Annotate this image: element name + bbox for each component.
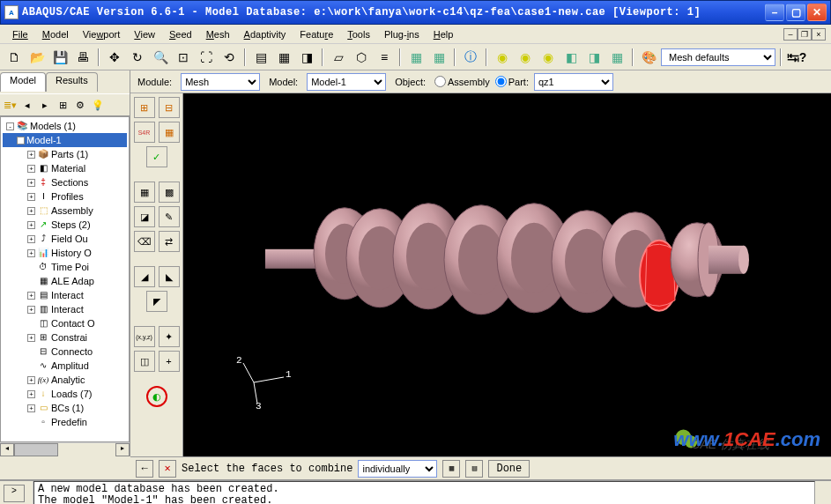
- prompt-mode-select[interactable]: individually: [358, 460, 437, 478]
- pan-button[interactable]: ✥: [104, 47, 125, 68]
- rotate-button[interactable]: ↻: [127, 47, 148, 68]
- tool-associate[interactable]: ⇄: [159, 231, 180, 252]
- tool-virtual3[interactable]: ◤: [146, 291, 167, 312]
- menu-help[interactable]: Help: [427, 27, 461, 41]
- assembly-radio[interactable]: [434, 76, 446, 87]
- tree-constraints[interactable]: +⊞Constrai: [3, 330, 127, 345]
- tool-virtual1[interactable]: ◢: [134, 266, 155, 287]
- menu-tools[interactable]: Tools: [340, 27, 377, 41]
- message-log[interactable]: A new model database has been created. T…: [33, 481, 815, 504]
- open-button[interactable]: 📂: [26, 47, 48, 68]
- fit-button[interactable]: ⛶: [196, 47, 217, 68]
- tool-element-type[interactable]: ▦: [159, 122, 180, 143]
- color2-button[interactable]: ◉: [515, 47, 536, 68]
- tool-seed-part[interactable]: ⊞: [134, 97, 155, 118]
- tool-seed-edge[interactable]: ⊟: [159, 97, 180, 118]
- perspective-button[interactable]: ▱: [328, 47, 349, 68]
- shaded-button[interactable]: ◨: [296, 47, 317, 68]
- tree-field-output[interactable]: +⤴Field Ou: [3, 232, 127, 246]
- print-button[interactable]: 🖶: [72, 47, 93, 68]
- palette-button[interactable]: 🎨: [638, 47, 659, 68]
- tree-filter-button[interactable]: ≣▾: [2, 97, 18, 113]
- menu-feature[interactable]: Feature: [293, 27, 340, 41]
- viewport-3d[interactable]: 2 1 3: [183, 93, 831, 456]
- doc-restore-button[interactable]: ❐: [798, 28, 812, 41]
- tree-ale-adaptive[interactable]: ▦ALE Adap: [3, 274, 127, 288]
- tool-datum-plane[interactable]: ◫: [134, 351, 155, 372]
- tree-scrollbar[interactable]: ◂▸: [0, 442, 130, 456]
- color3-button[interactable]: ◉: [538, 47, 559, 68]
- done-button[interactable]: Done: [488, 460, 530, 478]
- tree-analytical-fields[interactable]: +f(x)Analytic: [3, 373, 127, 387]
- tool-virtual2[interactable]: ◣: [159, 266, 180, 287]
- hidden-button[interactable]: ▦: [273, 47, 294, 68]
- minimize-button[interactable]: –: [765, 4, 784, 21]
- tree-history-output[interactable]: +📊History O: [3, 246, 127, 260]
- cube1-button[interactable]: ◧: [560, 47, 582, 68]
- tree-profiles[interactable]: +ⅠProfiles: [3, 189, 127, 204]
- wireframe-button[interactable]: ▤: [250, 47, 271, 68]
- model-tree[interactable]: -📚Models (1) -Model-1 +📦Parts (1) +◧Mate…: [0, 116, 130, 442]
- tree-loads[interactable]: +↓Loads (7): [3, 387, 127, 401]
- iso-button[interactable]: ⬡: [351, 47, 372, 68]
- menu-model[interactable]: Model: [35, 27, 76, 41]
- save-button[interactable]: 💾: [49, 47, 70, 68]
- color1-button[interactable]: ◉: [492, 47, 513, 68]
- close-button[interactable]: ✕: [807, 4, 827, 21]
- layers-button[interactable]: ≡: [374, 47, 395, 68]
- message-scrollbar[interactable]: [815, 481, 831, 504]
- module-select[interactable]: Mesh: [181, 73, 260, 91]
- prompt-cancel-button[interactable]: ✕: [159, 460, 176, 478]
- tree-interaction-props[interactable]: +▥Interact: [3, 302, 127, 316]
- tree-amplitudes[interactable]: ∿Amplitud: [3, 359, 127, 373]
- model-select[interactable]: Model-1: [307, 73, 386, 91]
- menu-viewport[interactable]: Viewport: [76, 27, 128, 41]
- tree-model-1[interactable]: -Model-1: [3, 133, 127, 147]
- tree-time-points[interactable]: ⏱Time Poi: [3, 260, 127, 274]
- zoom-button[interactable]: 🔍: [150, 47, 171, 68]
- prompt-grid2-button[interactable]: ▤: [465, 460, 483, 478]
- tree-contact[interactable]: ◫Contact O: [3, 316, 127, 330]
- new-button[interactable]: 🗋: [4, 47, 25, 68]
- tree-steps[interactable]: +↗Steps (2): [3, 218, 127, 232]
- menu-file[interactable]: File: [5, 27, 35, 41]
- cube2-button[interactable]: ◨: [583, 47, 605, 68]
- cube3-button[interactable]: ▦: [606, 47, 627, 68]
- tool-delete[interactable]: ⌫: [134, 231, 155, 252]
- tree-bcs[interactable]: +▭BCs (1): [3, 401, 127, 415]
- prompt-back-button[interactable]: ←: [136, 460, 153, 478]
- tab-results[interactable]: Results: [46, 72, 98, 92]
- menu-adaptivity[interactable]: Adaptivity: [237, 27, 293, 41]
- tree-root-models[interactable]: -📚Models (1): [3, 119, 127, 133]
- zoom-box-button[interactable]: ⊡: [173, 47, 194, 68]
- menu-mesh[interactable]: Mesh: [199, 27, 237, 41]
- doc-close-button[interactable]: ×: [812, 28, 826, 41]
- tree-materials[interactable]: +◧Material: [3, 161, 127, 175]
- render-style2-button[interactable]: ▦: [428, 47, 449, 68]
- tool-region[interactable]: ▦: [134, 182, 155, 203]
- tool-verify[interactable]: ▩: [159, 182, 180, 203]
- doc-minimize-button[interactable]: –: [783, 28, 798, 41]
- tool-mesh-part[interactable]: ✓: [146, 146, 167, 167]
- help-pointer-button[interactable]: ⭾?: [786, 47, 807, 68]
- cycle-view-button[interactable]: ⟲: [219, 47, 240, 68]
- info-button[interactable]: ⓘ: [460, 47, 481, 68]
- tool-datum-csys[interactable]: (x,y,z): [134, 326, 155, 347]
- tree-parts[interactable]: +📦Parts (1): [3, 147, 127, 161]
- tree-sections[interactable]: +‡Sections: [3, 175, 127, 189]
- tool-datum-point[interactable]: +: [159, 351, 180, 372]
- prompt-grid1-button[interactable]: ▦: [442, 460, 460, 478]
- part-select[interactable]: qz1: [534, 73, 613, 91]
- tree-interactions[interactable]: +▤Interact: [3, 288, 127, 302]
- tree-predefined[interactable]: ▫Predefin: [3, 415, 127, 429]
- menu-view[interactable]: View: [127, 27, 162, 41]
- tree-nav2-button[interactable]: ▸: [37, 97, 53, 113]
- tree-highlight-button[interactable]: 💡: [90, 97, 106, 113]
- tool-combine-faces[interactable]: ◐: [146, 386, 167, 407]
- tab-model[interactable]: Model: [0, 72, 46, 92]
- menu-plugins[interactable]: Plug-ins: [377, 27, 427, 41]
- tree-connectors[interactable]: ⊟Connecto: [3, 345, 127, 359]
- menu-seed[interactable]: Seed: [162, 27, 199, 41]
- tree-assembly[interactable]: +⬚Assembly: [3, 204, 127, 218]
- tree-nav1-button[interactable]: ◂: [19, 97, 35, 113]
